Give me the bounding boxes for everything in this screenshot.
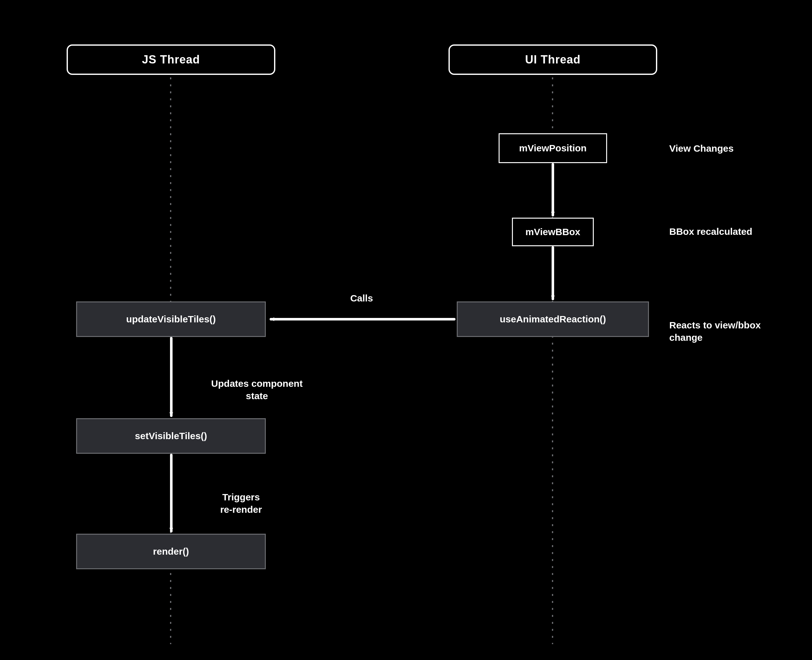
node-render-label: render() — [153, 546, 189, 557]
node-useanimatedreaction: useAnimatedReaction() — [457, 301, 649, 337]
annotation-view-changes: View Changes — [669, 142, 734, 154]
lane-header-js: JS Thread — [66, 44, 275, 75]
lane-header-js-label: JS Thread — [142, 53, 200, 66]
node-mviewbbox-label: mViewBBox — [526, 227, 581, 237]
edge-label-triggers-rerender: Triggers re-render — [190, 479, 292, 516]
node-updatevisibletiles: updateVisibleTiles() — [76, 301, 266, 337]
edge-label-calls: Calls — [317, 292, 406, 304]
node-mviewposition: mViewPosition — [499, 133, 607, 163]
node-setvisibletiles-label: setVisibleTiles() — [135, 431, 207, 441]
annotation-bbox-recalculated-text: BBox recalculated — [669, 226, 752, 237]
node-useanimatedreaction-label: useAnimatedReaction() — [500, 314, 606, 325]
node-mviewbbox: mViewBBox — [512, 218, 594, 246]
edge-label-calls-text: Calls — [350, 293, 373, 303]
annotation-reacts-to-change-text: Reacts to view/bbox change — [669, 320, 761, 343]
edge-label-updates-state-text: Updates component state — [211, 378, 302, 401]
node-setvisibletiles: setVisibleTiles() — [76, 418, 266, 454]
node-mviewposition-label: mViewPosition — [519, 143, 587, 154]
annotation-reacts-to-change: Reacts to view/bbox change — [669, 306, 761, 344]
node-updatevisibletiles-label: updateVisibleTiles() — [126, 314, 216, 325]
annotation-bbox-recalculated: BBox recalculated — [669, 225, 752, 238]
diagram-canvas: JS Thread UI Thread mViewPosition mViewB… — [0, 0, 812, 660]
annotation-view-changes-text: View Changes — [669, 143, 734, 154]
edge-label-triggers-rerender-text: Triggers re-render — [220, 492, 262, 515]
lane-header-ui-label: UI Thread — [525, 53, 581, 66]
node-render: render() — [76, 534, 266, 569]
edge-label-updates-state: Updates component state — [190, 365, 323, 402]
lane-header-ui: UI Thread — [448, 44, 657, 75]
